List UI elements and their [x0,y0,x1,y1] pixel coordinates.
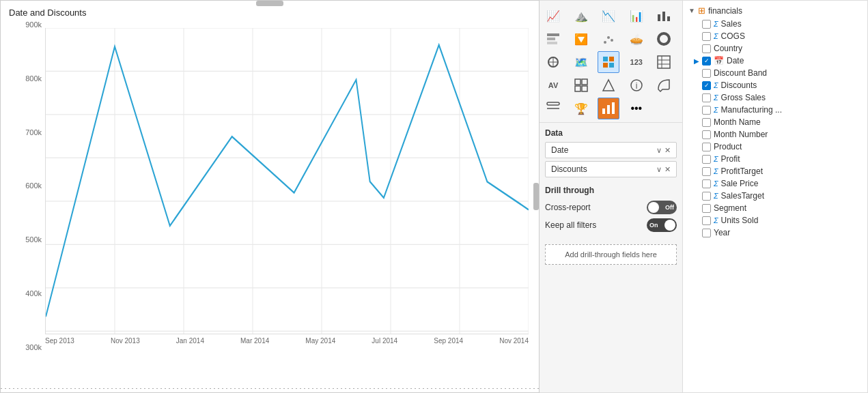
cogs-checkbox[interactable] [702,32,711,41]
x-label-sep2013: Sep 2013 [45,337,74,345]
month-number-checkbox[interactable] [702,130,711,139]
keep-filters-toggle[interactable]: On [647,218,677,232]
viz-filled-map-icon[interactable] [598,51,619,73]
viz-pie-icon[interactable]: 🥧 [626,28,647,50]
discounts-pill-remove[interactable]: ✕ [664,165,671,174]
viz-filter-icon[interactable]: 🔽 [570,28,592,50]
profit-sigma-icon: Σ [714,155,718,163]
drill-add-fields-box[interactable]: Add drill-through fields here [545,244,677,265]
x-label-nov2013: Nov 2013 [111,337,140,345]
units-sold-checkbox[interactable] [702,216,711,225]
field-row-profit[interactable]: Σ Profit [683,153,867,165]
viz-donut-icon[interactable] [653,28,675,50]
data-section: Data Date ∨ ✕ Discounts ∨ ✕ [540,123,682,180]
viz-area-chart-icon[interactable]: ⛰️ [570,5,592,27]
discounts-pill-actions: ∨ ✕ [656,165,671,174]
discounts-pill[interactable]: Discounts ∨ ✕ [545,161,677,177]
field-row-cogs[interactable]: Σ COGS [683,30,867,42]
field-row-month-number[interactable]: Month Number [683,128,867,141]
units-sold-label: Units Sold [721,216,862,225]
month-number-label: Month Number [714,130,862,139]
profit-target-checkbox[interactable] [702,167,711,176]
field-row-profit-target[interactable]: Σ ProfitTarget [683,165,867,177]
viz-scatter-icon[interactable] [598,28,619,50]
month-name-label: Month Name [714,117,862,127]
date-pill[interactable]: Date ∨ ✕ [545,142,677,158]
sale-price-label: Sale Price [721,179,862,188]
discount-band-label: Discount Band [714,68,862,78]
discounts-checkbox[interactable] [702,81,711,90]
tree-parent-financials[interactable]: ▼ ⊞ financials [683,3,867,18]
cross-report-toggle[interactable]: Off [647,201,677,214]
field-row-segment[interactable]: Segment [683,202,867,214]
discounts-pill-chevron[interactable]: ∨ [656,165,662,174]
viz-active-icon[interactable] [598,98,619,119]
sales-target-checkbox[interactable] [702,192,711,201]
field-row-discount-band[interactable]: Discount Band [683,67,867,79]
product-checkbox[interactable] [702,143,711,151]
viz-line-chart-icon[interactable]: 📈 [542,5,564,27]
field-row-product[interactable]: Product [683,141,867,153]
field-row-sale-price[interactable]: Σ Sale Price [683,177,867,190]
viz-slicer-icon[interactable] [542,98,564,119]
y-label-900k: 900k [25,21,42,29]
x-axis: Sep 2013 Nov 2013 Jan 2014 Mar 2014 May … [45,334,529,351]
svg-rect-45 [607,105,610,114]
viz-column-chart-icon[interactable] [653,5,675,27]
viz-table-icon[interactable] [653,51,675,73]
sale-price-checkbox[interactable] [702,179,711,188]
viz-stacked-bar-icon[interactable] [542,28,564,50]
field-row-sales[interactable]: Σ Sales [683,18,867,30]
field-row-manufacturing[interactable]: Σ Manufacturing ... [683,104,867,116]
sales-checkbox[interactable] [702,20,711,29]
manufacturing-label: Manufacturing ... [721,105,862,115]
gross-sales-checkbox[interactable] [702,93,711,102]
field-row-year[interactable]: Year [683,227,867,239]
viz-av-icon[interactable]: AV [542,74,564,96]
viz-icons-grid: 📈 ⛰️ 📉 📊 🔽 🥧 🗺️ 123 AV [540,1,682,123]
field-row-discounts[interactable]: Σ Discounts [683,79,867,91]
date-pill-actions: ∨ ✕ [656,146,671,155]
viz-bar2-icon[interactable]: 🏆 [570,98,592,119]
viz-more-icon[interactable]: ••• [626,98,647,119]
viz-matrix2-icon[interactable] [570,74,592,96]
y-label-700k: 700k [25,129,42,136]
viz-123-icon[interactable]: 123 [626,51,647,73]
field-row-units-sold[interactable]: Σ Units Sold [683,214,867,227]
viz-decomp-icon[interactable] [598,74,619,96]
viz-line-area-icon[interactable]: 📉 [598,5,619,27]
financials-label: financials [708,6,862,16]
year-checkbox[interactable] [702,229,711,237]
x-label-mar2014: Mar 2014 [240,337,269,345]
discount-band-checkbox[interactable] [702,69,711,78]
x-label-may2014: May 2014 [305,337,335,345]
svg-rect-18 [547,33,559,36]
manufacturing-checkbox[interactable] [702,106,711,115]
viz-bar-chart-icon[interactable]: 📊 [626,5,647,27]
y-label-300k: 300k [25,344,42,351]
segment-checkbox[interactable] [702,204,711,213]
viz-bubble-icon[interactable] [653,74,675,96]
field-row-date[interactable]: ▶ 📅 Date [683,55,867,67]
date-checkbox[interactable] [702,57,711,66]
date-pill-chevron[interactable]: ∨ [656,146,662,155]
date-expand-icon[interactable]: ▶ [694,57,699,65]
profit-target-sigma-icon: Σ [714,167,718,175]
resize-handle-top[interactable] [256,1,283,6]
field-row-gross-sales[interactable]: Σ Gross Sales [683,91,867,104]
viz-map-icon[interactable]: 🗺️ [570,51,592,73]
field-row-sales-target[interactable]: Σ SalesTarget [683,190,867,202]
chart-title: Date and Discounts [9,8,86,18]
field-row-month-name[interactable]: Month Name [683,116,867,128]
viz-matrix-icon[interactable] [542,51,564,73]
svg-rect-32 [658,56,670,68]
profit-checkbox[interactable] [702,155,711,164]
resize-handle-right[interactable] [533,183,539,210]
viz-key-inf-icon[interactable]: i [626,74,647,96]
country-checkbox[interactable] [702,44,711,53]
month-name-checkbox[interactable] [702,118,711,127]
field-row-country[interactable]: Country [683,42,867,55]
date-pill-remove[interactable]: ✕ [664,146,671,155]
svg-point-21 [604,41,606,44]
year-label: Year [714,228,862,237]
